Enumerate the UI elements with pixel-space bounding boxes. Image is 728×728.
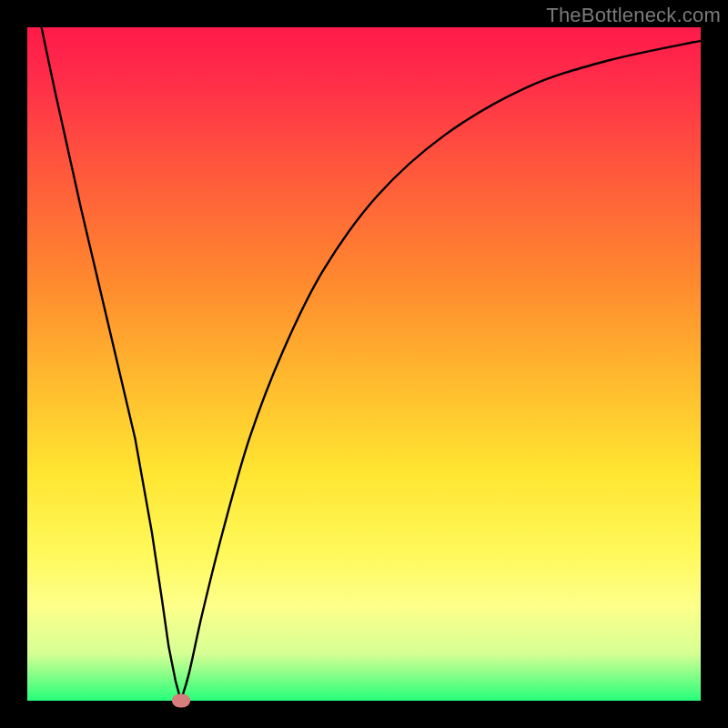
bottleneck-curve [27, 27, 701, 701]
watermark-text: TheBottleneck.com [546, 4, 721, 27]
optimal-point-marker [172, 694, 190, 708]
chart-frame: TheBottleneck.com [0, 0, 728, 728]
